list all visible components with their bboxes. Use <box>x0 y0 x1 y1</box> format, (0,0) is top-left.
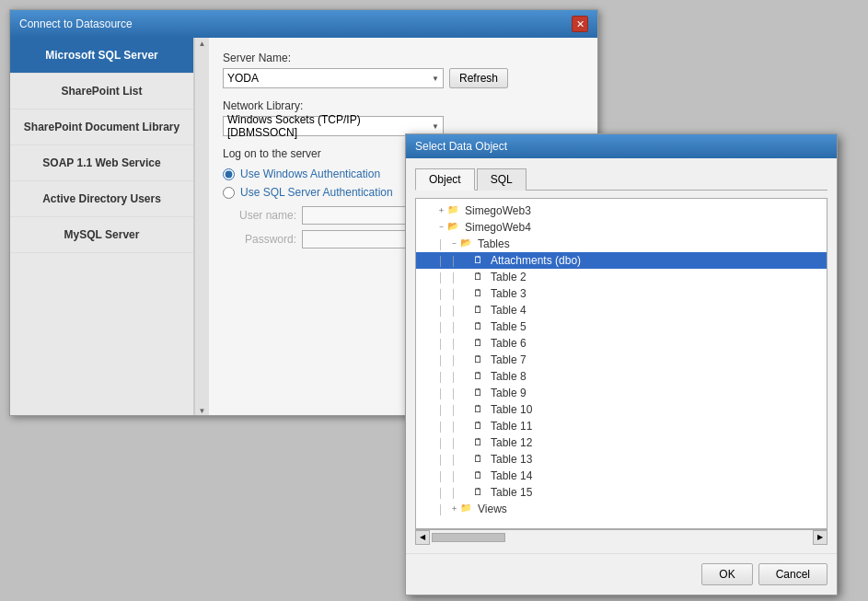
tab-bar: Object SQL <box>415 168 827 191</box>
tree-node-table4[interactable]: │ │ 🗒 Table 4 <box>416 302 827 318</box>
table6-label: Table 6 <box>491 337 527 350</box>
tree-node-table2[interactable]: │ │ 🗒 Table 2 <box>416 269 827 285</box>
h-scroll-left-button[interactable]: ◀ <box>415 530 430 545</box>
table12-label: Table 12 <box>491 436 532 449</box>
tree-node-simegoWeb3[interactable]: ＋ 📁 SimegoWeb3 <box>416 202 827 219</box>
table8-label: Table 8 <box>491 370 527 383</box>
server-name-label: Server Name: <box>223 52 584 64</box>
tables-label: Tables <box>478 237 510 250</box>
views-label: Views <box>478 503 507 515</box>
table13-label: Table 13 <box>491 453 532 466</box>
horizontal-scrollbar[interactable]: ◀ ▶ <box>415 529 827 544</box>
tree-node-table5[interactable]: │ │ 🗒 Table 5 <box>416 318 827 335</box>
datasource-sidebar: Microsoft SQL Server SharePoint List Sha… <box>10 38 194 415</box>
table12-icon: 🗒 <box>473 436 488 449</box>
network-library-dropdown-arrow: ▼ <box>432 122 439 131</box>
tree-node-table6[interactable]: │ │ 🗒 Table 6 <box>416 335 827 352</box>
tables-expander[interactable]: － <box>447 237 460 250</box>
username-label: User name: <box>223 209 296 222</box>
server-name-value: YODA <box>227 72 259 85</box>
tree-node-table7[interactable]: │ │ 🗒 Table 7 <box>416 352 827 368</box>
tree-node-tables[interactable]: │ － 📂 Tables <box>416 236 827 252</box>
network-library-group: Network Library: Windows Sockets (TCP/IP… <box>223 99 584 136</box>
table11-icon: 🗒 <box>473 420 488 433</box>
tree-node-table11[interactable]: │ │ 🗒 Table 11 <box>416 418 827 434</box>
table4-icon: 🗒 <box>473 304 488 317</box>
select-dialog-title: Select Data Object <box>415 140 507 153</box>
table9-label: Table 9 <box>491 387 527 399</box>
tree-node-table13[interactable]: │ │ 🗒 Table 13 <box>416 451 827 468</box>
simegoWeb3-expander[interactable]: ＋ <box>434 204 447 217</box>
connect-dialog-title: Connect to Datasource <box>19 17 133 30</box>
views-expander[interactable]: ＋ <box>447 503 460 515</box>
sidebar-item-sharepoint-list[interactable]: SharePoint List <box>10 74 193 110</box>
select-dialog-body: Object SQL ＋ 📁 SimegoWeb3 － 📂 SimegoWeb4 <box>406 158 837 553</box>
table5-icon: 🗒 <box>473 320 488 333</box>
network-library-value: Windows Sockets (TCP/IP) [DBMSSOCN] <box>227 113 432 139</box>
username-input[interactable] <box>302 206 412 225</box>
sql-auth-label: Use SQL Server Authentication <box>240 186 393 199</box>
simegoWeb4-folder-icon: 📂 <box>447 221 462 234</box>
connect-dialog-titlebar: Connect to Datasource ✕ <box>10 10 597 38</box>
tree-node-table12[interactable]: │ │ 🗒 Table 12 <box>416 434 827 451</box>
tree-container[interactable]: ＋ 📁 SimegoWeb3 － 📂 SimegoWeb4 │ － 📂 <box>415 198 827 529</box>
tree-inner: ＋ 📁 SimegoWeb3 － 📂 SimegoWeb4 │ － 📂 <box>416 199 827 521</box>
sql-auth-radio[interactable] <box>223 187 235 199</box>
sidebar-item-mysql[interactable]: MySQL Server <box>10 217 193 253</box>
ok-button[interactable]: OK <box>701 563 752 585</box>
h-scroll-right-button[interactable]: ▶ <box>813 530 827 545</box>
tree-node-table8[interactable]: │ │ 🗒 Table 8 <box>416 368 827 385</box>
tab-sql[interactable]: SQL <box>477 168 527 191</box>
views-folder-icon: 📁 <box>460 503 475 515</box>
tree-node-views[interactable]: │ ＋ 📁 Views <box>416 501 827 517</box>
simegoWeb4-expander[interactable]: － <box>434 221 447 234</box>
dialog-buttons: OK Cancel <box>406 553 837 595</box>
h-scroll-thumb[interactable] <box>432 533 505 542</box>
password-input[interactable] <box>302 230 412 248</box>
cancel-button[interactable]: Cancel <box>758 563 827 585</box>
tab-object[interactable]: Object <box>415 168 475 191</box>
table8-icon: 🗒 <box>473 370 488 383</box>
windows-auth-radio[interactable] <box>223 168 235 180</box>
table14-icon: 🗒 <box>473 469 488 482</box>
simegoWeb4-label: SimegoWeb4 <box>465 221 531 234</box>
attachments-table-icon: 🗒 <box>473 254 488 267</box>
attachments-label: Attachments (dbo) <box>491 254 581 267</box>
table2-icon: 🗒 <box>473 271 488 283</box>
table15-label: Table 15 <box>491 486 532 499</box>
table2-label: Table 2 <box>491 271 527 283</box>
h-scroll-track[interactable] <box>430 532 813 543</box>
server-name-dropdown-arrow: ▼ <box>432 75 439 83</box>
tree-node-simegoWeb4[interactable]: － 📂 SimegoWeb4 <box>416 219 827 236</box>
sidebar-item-active-dir[interactable]: Active Directory Users <box>10 181 193 217</box>
sidebar-scrollbar[interactable]: ▲ ▼ <box>194 38 209 415</box>
sidebar-item-sql-server[interactable]: Microsoft SQL Server <box>10 38 193 74</box>
table4-label: Table 4 <box>491 304 527 317</box>
simegoWeb3-label: SimegoWeb3 <box>465 204 531 217</box>
table14-label: Table 14 <box>491 469 532 482</box>
server-name-dropdown[interactable]: YODA ▼ <box>223 68 444 88</box>
refresh-button[interactable]: Refresh <box>449 68 508 88</box>
table6-icon: 🗒 <box>473 337 488 350</box>
select-dialog-titlebar: Select Data Object <box>406 134 837 158</box>
sidebar-item-soap-web[interactable]: SOAP 1.1 Web Service <box>10 145 193 181</box>
tree-node-table15[interactable]: │ │ 🗒 Table 15 <box>416 484 827 501</box>
table7-icon: 🗒 <box>473 353 488 366</box>
simegoWeb3-folder-icon: 📁 <box>447 204 462 217</box>
table7-label: Table 7 <box>491 353 527 366</box>
tree-node-attachments[interactable]: │ │ 🗒 Attachments (dbo) <box>416 252 827 269</box>
tree-node-table14[interactable]: │ │ 🗒 Table 14 <box>416 468 827 484</box>
table9-icon: 🗒 <box>473 387 488 399</box>
table3-label: Table 3 <box>491 287 527 300</box>
tree-node-table9[interactable]: │ │ 🗒 Table 9 <box>416 385 827 401</box>
tree-node-table3[interactable]: │ │ 🗒 Table 3 <box>416 285 827 302</box>
sidebar-item-sharepoint-doc[interactable]: SharePoint Document Library <box>10 110 193 145</box>
tables-folder-icon: 📂 <box>460 237 475 250</box>
table11-label: Table 11 <box>491 420 532 433</box>
tree-node-table10[interactable]: │ │ 🗒 Table 10 <box>416 401 827 418</box>
table10-icon: 🗒 <box>473 403 488 416</box>
table13-icon: 🗒 <box>473 453 488 466</box>
connect-dialog-close-button[interactable]: ✕ <box>572 16 588 32</box>
table15-icon: 🗒 <box>473 486 488 499</box>
select-data-object-dialog: Select Data Object Object SQL ＋ 📁 Simego… <box>405 133 838 595</box>
